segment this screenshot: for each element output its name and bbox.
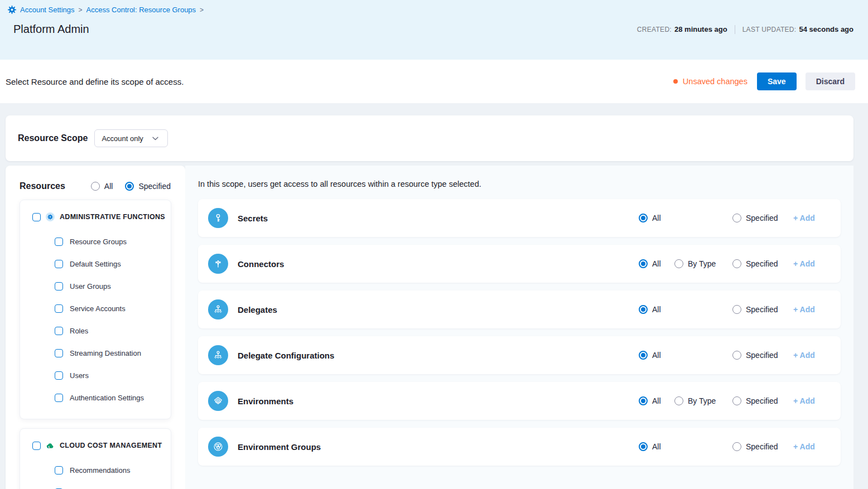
- resource-item[interactable]: Roles: [32, 319, 166, 342]
- resource-item-label: User Groups: [70, 282, 111, 291]
- resource-item[interactable]: User Groups: [32, 275, 166, 297]
- radio-icon[interactable]: [732, 214, 741, 222]
- resource-item[interactable]: Resource Groups: [32, 230, 166, 253]
- category-checkbox[interactable]: [32, 442, 41, 450]
- resource-checkbox[interactable]: [55, 466, 63, 475]
- resource-item-label: Authentication Settings: [70, 394, 144, 402]
- last-updated-label: LAST UPDATED:: [742, 26, 797, 33]
- resource-item[interactable]: Default Settings: [32, 253, 166, 275]
- radio-option-label: All: [652, 442, 661, 451]
- radio-option-all[interactable]: All: [639, 351, 674, 360]
- resource-scope-label: Resource Scope: [18, 133, 88, 143]
- radio-icon[interactable]: [125, 182, 134, 191]
- resource-item[interactable]: Authentication Settings: [32, 386, 166, 409]
- radio-option-all[interactable]: All: [639, 396, 674, 405]
- resource-checkbox[interactable]: [55, 371, 63, 380]
- resource-item[interactable]: Recommendations: [32, 459, 166, 481]
- radio-option-label: By Type: [688, 259, 716, 268]
- environment-icon: [208, 391, 228, 411]
- resource-type-label: Delegate Configurations: [238, 351, 334, 360]
- radio-icon[interactable]: [674, 259, 683, 268]
- radio-icon[interactable]: [639, 305, 648, 314]
- discard-button[interactable]: Discard: [806, 72, 855, 90]
- admin-gear-icon: [46, 212, 55, 221]
- radio-option-specified[interactable]: Specified: [732, 259, 793, 268]
- radio-option-all[interactable]: All: [639, 442, 674, 451]
- radio-icon[interactable]: [639, 351, 648, 360]
- add-link[interactable]: + Add: [793, 442, 817, 451]
- radio-icon[interactable]: [639, 442, 648, 451]
- radio-option-specified[interactable]: Specified: [732, 351, 793, 360]
- radio-option-label: Specified: [746, 214, 778, 222]
- resource-item-label: Recommendations: [70, 466, 130, 475]
- radio-icon[interactable]: [732, 351, 741, 360]
- radio-option-label: All: [652, 396, 661, 405]
- toolbar: Select Resource and define its scope of …: [0, 60, 868, 103]
- resource-type-row: Secrets All Specified + Add: [198, 199, 841, 237]
- resource-type-label: Environment Groups: [238, 442, 321, 452]
- save-button[interactable]: Save: [757, 72, 797, 90]
- resource-scope-select[interactable]: Account only: [94, 129, 168, 147]
- radio-option-label: Specified: [746, 259, 778, 268]
- radio-icon[interactable]: [91, 182, 100, 191]
- breadcrumb-account-settings[interactable]: Account Settings: [20, 6, 75, 14]
- resource-item[interactable]: Streaming Destination: [32, 342, 166, 364]
- resource-type-row: Delegate Configurations All Specified + …: [198, 336, 841, 374]
- radio-option-label: Specified: [746, 442, 778, 451]
- connector-icon: [208, 254, 228, 274]
- resource-item-label: Roles: [70, 327, 88, 335]
- add-link[interactable]: + Add: [793, 305, 817, 314]
- resource-type-label: Connectors: [238, 259, 284, 269]
- gear-icon: [8, 6, 16, 14]
- resource-checkbox[interactable]: [55, 394, 63, 402]
- radio-option-specified[interactable]: Specified: [732, 305, 793, 314]
- radio-icon[interactable]: [732, 442, 741, 451]
- resource-checkbox[interactable]: [55, 327, 63, 335]
- add-link[interactable]: + Add: [793, 351, 817, 360]
- page-title: Platform Admin: [13, 23, 89, 36]
- resource-item[interactable]: Anomalies: [32, 481, 166, 489]
- radio-option-by-type[interactable]: By Type: [674, 396, 732, 405]
- resource-types-panel: In this scope, users get access to all r…: [185, 166, 853, 489]
- radio-option-label: All: [104, 182, 113, 191]
- radio-icon[interactable]: [732, 259, 741, 268]
- breadcrumb-resource-groups[interactable]: Access Control: Resource Groups: [86, 6, 196, 14]
- resources-mode-radios: All Specified: [91, 182, 171, 191]
- radio-option-all[interactable]: All: [639, 214, 674, 222]
- radio-icon[interactable]: [639, 259, 648, 268]
- radio-icon[interactable]: [639, 214, 648, 222]
- resource-checkbox[interactable]: [55, 282, 63, 291]
- resource-checkbox[interactable]: [55, 238, 63, 246]
- add-link[interactable]: + Add: [793, 259, 817, 268]
- radio-option-specified[interactable]: Specified: [732, 442, 793, 451]
- resource-item-label: Users: [70, 371, 89, 380]
- page-header: Account Settings > Access Control: Resou…: [0, 0, 868, 60]
- resources-mode-specified[interactable]: Specified: [125, 182, 171, 191]
- radio-option-by-type[interactable]: By Type: [674, 259, 732, 268]
- resource-item[interactable]: Service Accounts: [32, 297, 166, 319]
- radio-option-label: Specified: [138, 182, 171, 191]
- resource-checkbox[interactable]: [55, 349, 63, 357]
- resources-mode-all[interactable]: All: [91, 182, 113, 191]
- cloud-dollar-icon: $: [46, 441, 55, 450]
- radio-icon[interactable]: [639, 396, 648, 405]
- add-link[interactable]: + Add: [793, 396, 817, 405]
- resource-type-row: Connectors All By Type Specified + Add: [198, 245, 841, 283]
- created-label: CREATED:: [637, 26, 672, 33]
- resource-type-label: Delegates: [238, 305, 277, 314]
- radio-icon[interactable]: [732, 305, 741, 314]
- resource-type-label: Environments: [238, 396, 293, 406]
- header-meta: CREATED: 28 minutes ago LAST UPDATED: 54…: [637, 25, 853, 34]
- radio-option-specified[interactable]: Specified: [732, 396, 793, 405]
- radio-option-all[interactable]: All: [639, 259, 674, 268]
- radio-option-specified[interactable]: Specified: [732, 214, 793, 222]
- add-link[interactable]: + Add: [793, 214, 817, 222]
- radio-icon[interactable]: [674, 396, 683, 405]
- resource-item[interactable]: Users: [32, 364, 166, 386]
- resource-checkbox[interactable]: [55, 260, 63, 268]
- resource-scope-value: Account only: [102, 134, 143, 143]
- radio-icon[interactable]: [732, 396, 741, 405]
- resource-checkbox[interactable]: [55, 304, 63, 313]
- category-checkbox[interactable]: [32, 213, 41, 221]
- radio-option-all[interactable]: All: [639, 305, 674, 314]
